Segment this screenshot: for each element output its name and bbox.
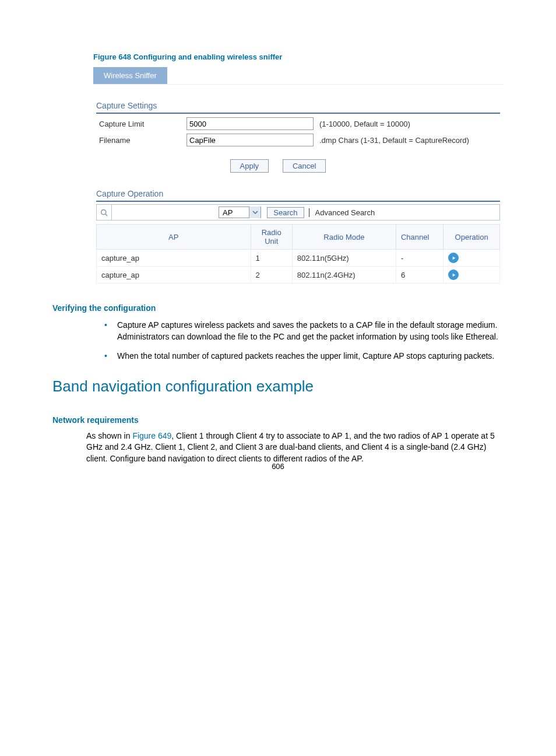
col-radio-mode: Radio Mode	[292, 225, 396, 250]
search-button[interactable]: Search	[267, 207, 304, 218]
cell-operation	[444, 250, 500, 267]
chevron-down-icon	[249, 206, 261, 218]
capture-operation-table: AP Radio Unit Radio Mode Channel Operati…	[96, 224, 500, 284]
figure-link[interactable]: Figure 649	[132, 431, 171, 440]
network-requirements-paragraph: As shown in Figure 649, Client 1 through…	[86, 430, 504, 465]
cancel-button[interactable]: Cancel	[283, 159, 326, 173]
capture-limit-label: Capture Limit	[99, 120, 186, 128]
text-pre: As shown in	[86, 431, 132, 440]
capture-operation-title: Capture Operation	[96, 189, 500, 202]
cell-channel: -	[396, 250, 443, 267]
play-icon[interactable]	[448, 253, 459, 263]
filename-label: Filename	[99, 136, 186, 145]
cell-ap: capture_ap	[97, 267, 251, 284]
cell-radio-unit: 1	[251, 250, 292, 267]
capture-settings-title: Capture Settings	[96, 101, 500, 114]
page-number: 606	[0, 462, 556, 471]
cell-operation	[444, 267, 500, 284]
col-operation: Operation	[444, 225, 500, 250]
svg-point-0	[101, 209, 106, 214]
tab-row: Wireless Sniffer	[93, 67, 504, 85]
tab-wireless-sniffer[interactable]: Wireless Sniffer	[93, 67, 167, 84]
col-channel: Channel	[396, 225, 443, 250]
verifying-list: Capture AP captures wireless packets and…	[108, 320, 504, 362]
band-navigation-heading: Band navigation configuration example	[52, 377, 504, 396]
network-requirements-heading: Network requirements	[52, 415, 504, 425]
list-item: Capture AP captures wireless packets and…	[108, 320, 504, 342]
svg-line-1	[105, 214, 107, 215]
cell-radio-mode: 802.11n(5GHz)	[292, 250, 396, 267]
play-icon[interactable]	[448, 270, 459, 280]
cell-radio-mode: 802.11n(2.4GHz)	[292, 267, 396, 284]
col-radio-unit: Radio Unit	[251, 225, 292, 250]
advanced-search-link[interactable]: Advanced Search	[309, 208, 375, 217]
button-row: Apply Cancel	[52, 159, 504, 173]
filename-hint: .dmp Chars (1-31, Default = CaptureRecor…	[319, 136, 469, 145]
capture-limit-input[interactable]	[186, 117, 314, 130]
cell-radio-unit: 2	[251, 267, 292, 284]
search-input[interactable]	[112, 205, 213, 219]
col-ap: AP	[97, 225, 251, 250]
filename-row: Filename .dmp Chars (1-31, Default = Cap…	[99, 134, 504, 146]
dropdown-value: AP	[219, 208, 249, 217]
search-icon	[97, 205, 112, 220]
search-field-dropdown[interactable]: AP	[219, 206, 261, 218]
table-row: capture_ap 1 802.11n(5GHz) -	[97, 250, 500, 267]
capture-limit-hint: (1-10000, Default = 10000)	[319, 120, 410, 128]
apply-button[interactable]: Apply	[230, 159, 269, 173]
capture-limit-row: Capture Limit (1-10000, Default = 10000)	[99, 117, 504, 130]
cell-channel: 6	[396, 267, 443, 284]
cell-ap: capture_ap	[97, 250, 251, 267]
verifying-heading: Verifying the configuration	[52, 303, 504, 313]
search-bar: AP Search Advanced Search	[96, 204, 500, 220]
figure-caption: Figure 648 Configuring and enabling wire…	[93, 52, 504, 61]
filename-input[interactable]	[186, 134, 314, 146]
list-item: When the total number of captured packet…	[108, 351, 504, 362]
table-row: capture_ap 2 802.11n(2.4GHz) 6	[97, 267, 500, 284]
